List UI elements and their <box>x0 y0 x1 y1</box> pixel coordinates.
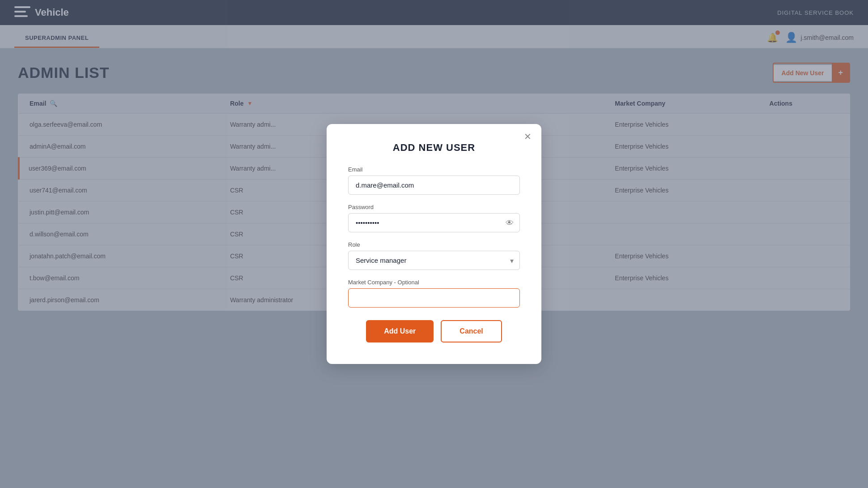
password-input[interactable] <box>348 213 520 232</box>
modal-close-button[interactable]: ✕ <box>524 132 532 141</box>
password-form-group: Password 👁 <box>348 204 520 232</box>
role-form-group: Role Service manager Warranty administra… <box>348 241 520 270</box>
add-new-user-modal: ✕ ADD NEW USER Email Password 👁 Role Ser… <box>327 124 541 364</box>
market-company-form-group: Market Company - Optional <box>348 279 520 308</box>
role-select-wrapper: Service manager Warranty administrator C… <box>348 251 520 270</box>
password-label: Password <box>348 204 520 210</box>
show-password-icon[interactable]: 👁 <box>506 218 514 227</box>
modal-actions: Add User Cancel <box>348 320 520 342</box>
role-select[interactable]: Service manager Warranty administrator C… <box>348 251 520 270</box>
market-company-label: Market Company - Optional <box>348 279 520 286</box>
cancel-button[interactable]: Cancel <box>441 320 502 342</box>
email-form-group: Email <box>348 166 520 195</box>
role-label: Role <box>348 241 520 248</box>
modal-overlay: ✕ ADD NEW USER Email Password 👁 Role Ser… <box>0 0 868 488</box>
market-company-input[interactable] <box>348 288 520 308</box>
modal-title: ADD NEW USER <box>348 142 520 154</box>
add-user-button[interactable]: Add User <box>366 320 434 342</box>
email-input[interactable] <box>348 176 520 195</box>
password-wrapper: 👁 <box>348 213 520 232</box>
email-label: Email <box>348 166 520 173</box>
